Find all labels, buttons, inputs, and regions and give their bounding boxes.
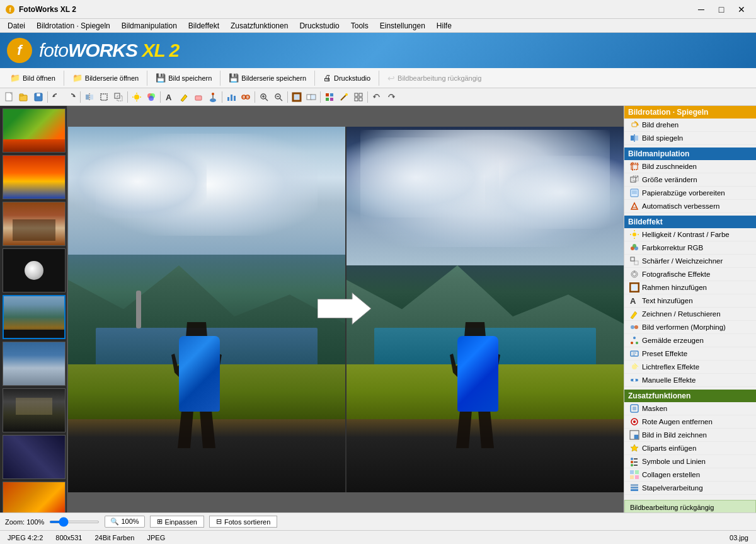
icon-toolbar-sep-6 [255,91,255,103]
icon-eraser[interactable] [192,90,205,104]
rp-item-zeichnen[interactable]: Zeichnen / Retuschieren [624,308,756,321]
close-button[interactable]: ✕ [732,3,751,16]
icon-puzzle[interactable] [323,90,336,104]
svg-rect-107 [634,435,638,439]
zoom-slider[interactable] [49,521,100,523]
rp-item-helligkeit[interactable]: Helligkeit / Kontrast / Farbe [624,228,756,241]
rp-item-fotografische[interactable]: Fotografische Effekte [624,268,756,281]
icon-save-small[interactable] [32,90,45,104]
thumbnail-9[interactable] [3,482,66,512]
rp-item-groesse[interactable]: Größe verändern [624,173,756,187]
rp-item-stapel[interactable]: Stapelverarbeitung [624,482,756,495]
icon-brightness[interactable] [130,90,144,104]
fit-icon: ⊞ [157,518,163,526]
info-bar: JPEG 4:2:2 800x531 24Bit Farben JPEG 03.… [0,530,756,544]
icon-chart[interactable] [224,90,238,104]
menu-bildrotation[interactable]: Bildrotation · Spiegeln [32,20,115,32]
menu-datei[interactable]: Datei [3,20,30,32]
rp-item-masken[interactable]: Masken [624,402,756,415]
rp-item-lichtreflex[interactable]: Lichtreflex Effekte [624,361,756,374]
icon-zoom-out[interactable] [272,90,285,104]
icon-rotate-right[interactable] [64,90,78,104]
icon-color[interactable] [144,90,158,104]
rp-item-schaerfer[interactable]: Schärfer / Weichzeichner [624,255,756,268]
logo-area: f fotoWORKS XL 2 [0,33,756,68]
icon-flip-h[interactable] [83,90,96,104]
rp-item-farbkorrektur[interactable]: Farbkorrektur RGB [624,241,756,255]
rp-item-collagen[interactable]: Collagen erstellen [624,468,756,482]
rp-undo-button[interactable]: Bildbearbeitung rückgängig [624,500,756,512]
rp-item-bild-in-bild[interactable]: Bild in Bild zeichnen [624,429,756,442]
menu-bildmanipulation[interactable]: Bildmanipulation [117,20,182,32]
toolbar-sep-5 [379,71,379,86]
open-image-button[interactable]: Bild öffnen [4,69,62,87]
zoom-icon: 🔍 [110,518,119,525]
save-series-button[interactable]: Bilderserie speichern [222,69,312,87]
icon-rotate-left[interactable] [50,90,64,104]
icon-paint[interactable] [206,90,220,104]
rp-item-manuelle[interactable]: Manuelle Effekte [624,374,756,387]
rp-item-cliparts[interactable]: Cliparts einfügen [624,442,756,455]
svg-rect-53 [355,93,358,96]
svg-rect-32 [234,96,236,101]
icon-zoom-in[interactable] [257,90,271,104]
menu-einstellungen[interactable]: Einstellungen [375,20,430,32]
save-image-button[interactable]: Bild speichern [149,69,218,87]
icon-filter[interactable] [239,90,253,104]
rp-item-automatisch[interactable]: Automatisch verbessern [624,200,756,213]
minimize-button[interactable]: ─ [692,3,711,16]
icon-frame[interactable] [290,90,304,104]
rp-item-morphing[interactable]: Bild verformen (Morphing) [624,321,756,334]
open-series-button[interactable]: Bilderserie öffnen [66,69,145,87]
menu-hilfe[interactable]: Hilfe [432,20,457,32]
rp-item-papierabzug[interactable]: Papierabzüge vorbereiten [624,187,756,200]
icon-toolbar-sep-4 [160,91,161,103]
icon-text[interactable]: A [163,90,176,104]
icon-grid[interactable] [352,90,365,104]
rp-item-preset[interactable]: Preset Effekte [624,347,756,361]
app-icon: f [5,4,15,14]
thumbnail-3[interactable] [3,202,66,246]
rp-item-zuschneiden[interactable]: Bild zuschneiden [624,160,756,173]
zoom-100-button[interactable]: 🔍 100% [105,516,144,528]
rp-item-symbole[interactable]: Symbole und Linien [624,455,756,468]
svg-rect-54 [359,93,362,96]
svg-line-70 [636,176,638,178]
rp-item-rote-augen[interactable]: Rote Augen entfernen [624,415,756,429]
thumbnail-7[interactable] [3,388,66,432]
icon-draw[interactable] [177,90,191,104]
undo-edit-button[interactable]: Bildbearbeitung rückgängig [381,69,488,87]
sort-photos-button[interactable]: ⊟ Fotos sortieren [209,516,277,528]
menu-tools[interactable]: Tools [346,20,374,32]
print-studio-button[interactable]: Druckstudio [317,69,377,87]
icon-clone[interactable] [304,90,318,104]
icon-crop[interactable] [97,90,111,104]
icon-new[interactable] [3,90,16,104]
icon-resize[interactable] [112,90,125,104]
fit-button[interactable]: ⊞ Einpassen [150,516,204,528]
icon-open[interactable] [17,90,31,104]
thumbnail-2[interactable] [3,155,66,199]
rp-item-bild-spiegeln[interactable]: Bild spiegeln [624,132,756,145]
rp-item-text[interactable]: A Text hinzufügen [624,294,756,308]
menu-druckstudio[interactable]: Druckstudio [294,20,344,32]
icon-redo-small[interactable] [384,90,398,104]
rp-item-bild-drehen[interactable]: Bild drehen [624,119,756,132]
right-panel: Bildrotation · Spiegeln Bild drehen Bild… [624,106,756,512]
icon-undo-small[interactable] [370,90,384,104]
rp-item-gemaelde[interactable]: Gemälde erzeugen [624,334,756,347]
menu-bildeffekt[interactable]: Bildeffekt [183,20,224,32]
toolbar-sep-4 [314,71,315,86]
maximize-button[interactable]: □ [712,3,731,16]
svg-line-41 [280,98,282,101]
thumbnail-4[interactable] [3,248,66,292]
thumbnail-8[interactable] [3,435,66,479]
icon-wand[interactable] [337,90,351,104]
thumbnail-5[interactable] [3,295,66,339]
svg-point-74 [633,233,636,236]
svg-point-17 [134,95,139,100]
rp-item-rahmen[interactable]: Rahmen hinzufügen [624,281,756,294]
thumbnail-1[interactable] [3,108,66,153]
thumbnail-6[interactable] [3,342,66,386]
menu-zusatzfunktionen[interactable]: Zusatzfunktionen [226,20,293,32]
